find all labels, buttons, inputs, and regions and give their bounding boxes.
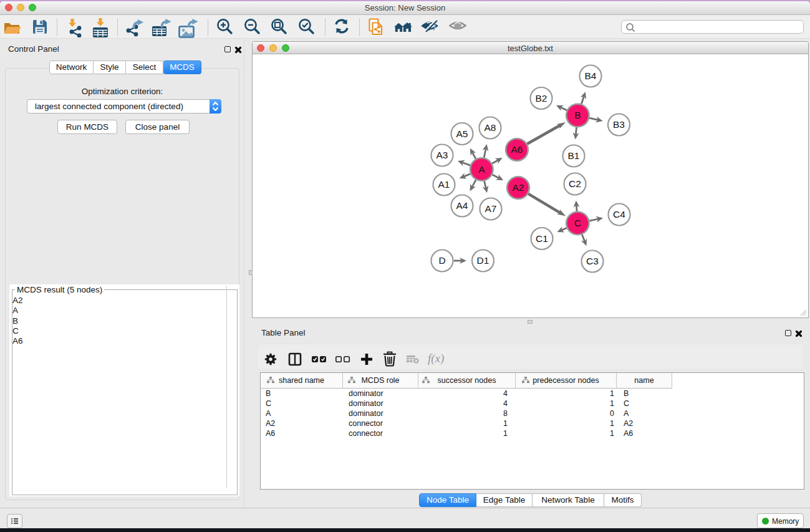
svg-text:A7: A7 [485,203,497,214]
svg-text:C1: C1 [536,233,548,244]
svg-text:D: D [438,255,445,266]
svg-text:B1: B1 [568,150,580,161]
svg-text:A4: A4 [456,200,468,211]
svg-text:B2: B2 [536,93,547,104]
svg-text:A6: A6 [511,144,523,155]
svg-text:C: C [574,218,581,228]
svg-text:A1: A1 [438,179,450,190]
svg-text:A8: A8 [485,122,496,133]
svg-text:C3: C3 [586,256,599,266]
svg-text:f(x): f(x) [428,352,444,365]
svg-text:D1: D1 [477,255,489,266]
svg-text:C4: C4 [613,209,625,220]
svg-text:A3: A3 [436,150,448,160]
svg-text:B4: B4 [585,70,597,81]
svg-text:A: A [478,164,485,175]
svg-text:A2: A2 [513,182,524,193]
svg-text:C2: C2 [569,178,581,189]
svg-text:B: B [574,110,581,120]
svg-text:A5: A5 [456,128,468,139]
svg-text:B3: B3 [613,119,625,130]
